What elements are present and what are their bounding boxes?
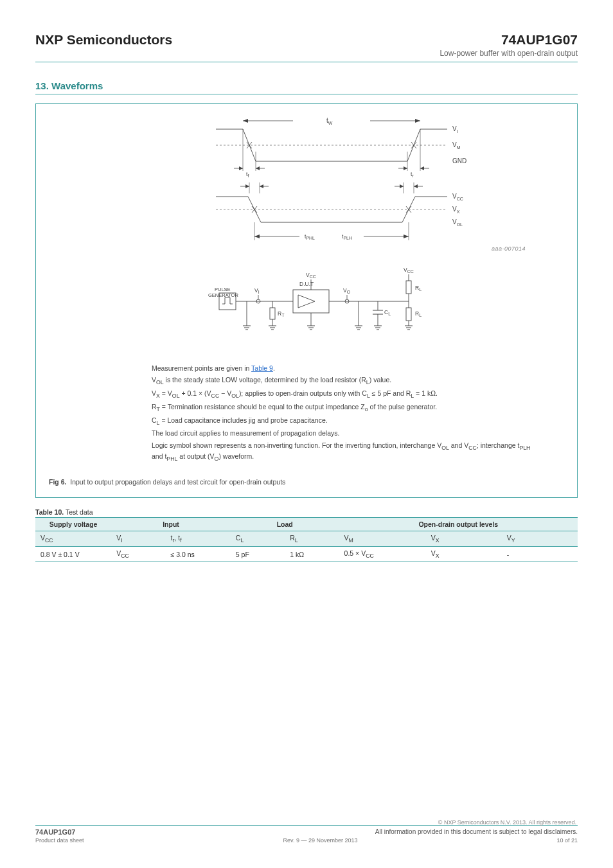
svg-text:VI: VI bbox=[452, 125, 458, 134]
test-circuit-schematic: PULSE GENERATOR VI RT bbox=[197, 264, 479, 348]
svg-marker-47 bbox=[260, 184, 263, 188]
sub-vx: VX bbox=[426, 531, 502, 547]
svg-marker-20 bbox=[239, 166, 243, 170]
svg-text:tPLH: tPLH bbox=[342, 233, 352, 240]
figure-notes: Measurement points are given in Table 9.… bbox=[152, 364, 538, 465]
sub-trtf: tr, tf bbox=[166, 531, 231, 547]
table10: Supply voltage Input Load Open-drain out… bbox=[35, 517, 578, 562]
sub-cl: CL bbox=[231, 531, 285, 547]
col-supply: Supply voltage bbox=[35, 518, 111, 531]
figure-6: aaa-007014 tW bbox=[35, 103, 578, 498]
svg-marker-27 bbox=[420, 166, 424, 170]
svg-marker-45 bbox=[245, 184, 249, 188]
svg-marker-22 bbox=[256, 166, 260, 170]
table9-link[interactable]: Table 9 bbox=[251, 364, 273, 372]
table-row: 0.8 V ± 0.1 V VCC ≤ 3.0 ns 5 pF 1 kΩ 0.5… bbox=[35, 547, 578, 562]
table10-caption: Table 10. Test data bbox=[35, 508, 578, 516]
svg-text:tf: tf bbox=[246, 171, 249, 178]
subtitle: Low-power buffer with open-drain output bbox=[440, 49, 578, 58]
svg-marker-51 bbox=[400, 184, 404, 188]
footer-doctype: Product data sheet bbox=[35, 837, 84, 844]
svg-text:VM: VM bbox=[452, 141, 461, 150]
svg-text:GND: GND bbox=[452, 157, 466, 164]
svg-rect-113 bbox=[406, 308, 411, 321]
sub-vi: VI bbox=[111, 531, 165, 547]
svg-marker-59 bbox=[404, 235, 409, 238]
svg-text:D.U.T: D.U.T bbox=[299, 281, 314, 287]
sub-vcc: VCC bbox=[35, 531, 111, 547]
part-number: 74AUP1G07 bbox=[501, 32, 578, 48]
svg-text:tPHL: tPHL bbox=[305, 233, 315, 240]
svg-marker-83 bbox=[298, 295, 315, 308]
svg-text:VCC: VCC bbox=[452, 193, 463, 201]
svg-rect-72 bbox=[270, 308, 275, 319]
svg-marker-25 bbox=[404, 166, 407, 170]
sub-vy: VY bbox=[502, 531, 578, 547]
svg-text:RL: RL bbox=[415, 285, 422, 292]
svg-text:VCC: VCC bbox=[306, 272, 316, 279]
sub-vm: VM bbox=[339, 531, 426, 547]
footer-page: 10 of 21 bbox=[556, 837, 578, 844]
svg-text:PULSE
          GENERATOR: PULSE GENERATOR bbox=[208, 287, 238, 298]
svg-marker-3 bbox=[415, 119, 420, 123]
svg-text:VOL: VOL bbox=[452, 218, 463, 227]
svg-text:VI: VI bbox=[254, 287, 260, 294]
col-load: Load bbox=[231, 518, 339, 531]
figure-caption: Fig 6. Input to output propagation delay… bbox=[49, 478, 564, 486]
svg-text:VO: VO bbox=[343, 287, 351, 294]
figure-id-ref: aaa-007014 bbox=[492, 245, 526, 252]
svg-text:VCC: VCC bbox=[404, 267, 414, 274]
section-title: 13. Waveforms bbox=[35, 80, 578, 91]
col-input: Input bbox=[111, 518, 231, 531]
svg-text:tW: tW bbox=[326, 117, 333, 125]
sub-rl: RL bbox=[285, 531, 339, 547]
svg-marker-53 bbox=[414, 184, 418, 188]
col-levels: Open-drain output levels bbox=[339, 518, 578, 531]
svg-rect-109 bbox=[406, 281, 411, 294]
svg-text:RT: RT bbox=[278, 310, 285, 317]
footer-rev: Rev. 9 — 29 November 2013 bbox=[283, 837, 358, 844]
svg-text:RL: RL bbox=[415, 310, 422, 317]
footer-legal: All information provided in this documen… bbox=[375, 828, 578, 836]
svg-text:VX: VX bbox=[452, 206, 460, 214]
page-header: NXP Semiconductors 74AUP1G07 Low-power b… bbox=[35, 32, 578, 62]
svg-text:tr: tr bbox=[411, 171, 414, 178]
timing-waveform: tW bbox=[184, 113, 479, 248]
svg-text:CL: CL bbox=[384, 309, 391, 316]
page-footer: © NXP Semiconductors N.V. 2013. All righ… bbox=[35, 825, 578, 844]
copyright: © NXP Semiconductors N.V. 2013. All righ… bbox=[438, 819, 576, 826]
svg-marker-1 bbox=[243, 119, 248, 123]
svg-marker-57 bbox=[254, 235, 260, 238]
footer-docid: 74AUP1G07 bbox=[35, 828, 75, 836]
brand: NXP Semiconductors bbox=[35, 32, 172, 48]
